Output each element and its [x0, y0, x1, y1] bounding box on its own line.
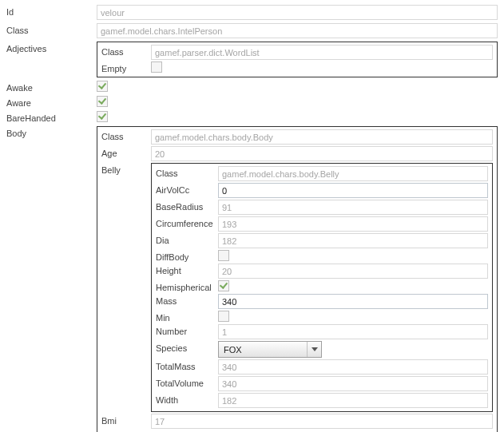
belly-hemispherical-label: Hemispherical — [156, 280, 218, 292]
class-field[interactable] — [97, 23, 498, 38]
body-age-label: Age — [101, 146, 151, 158]
belly-airvolcc-label: AirVolCc — [156, 183, 218, 195]
adjectives-box: Class Empty — [97, 42, 498, 77]
body-age-field[interactable] — [151, 146, 493, 161]
belly-species-label: Species — [156, 341, 218, 353]
belly-baseradius-label: BaseRadius — [156, 200, 218, 212]
class-label: Class — [6, 23, 97, 35]
belly-number-field[interactable] — [218, 324, 488, 339]
adjectives-empty-label: Empty — [101, 61, 151, 73]
body-class-field[interactable] — [151, 129, 493, 145]
belly-circumference-field[interactable] — [218, 216, 488, 232]
body-box: Class Age Belly Class — [97, 126, 498, 432]
belly-species-combobox[interactable]: FOX — [218, 341, 322, 358]
id-field[interactable] — [97, 5, 498, 20]
belly-width-field[interactable] — [218, 393, 488, 408]
belly-width-label: Width — [156, 393, 218, 405]
belly-circumference-label: Circumference — [156, 216, 218, 228]
body-bmi-field[interactable] — [151, 414, 493, 429]
belly-height-label: Height — [156, 264, 218, 275]
id-label: Id — [6, 5, 97, 17]
awake-label: Awake — [6, 81, 97, 93]
belly-diffbody-label: DiffBody — [156, 250, 218, 262]
belly-totalvolume-label: TotalVolume — [156, 376, 218, 388]
adjectives-class-field[interactable] — [151, 45, 493, 60]
body-bmi-label: Bmi — [101, 414, 151, 426]
belly-mass-label: Mass — [156, 294, 218, 306]
barehanded-checkbox[interactable] — [97, 111, 108, 122]
belly-airvolcc-field[interactable] — [218, 183, 488, 198]
adjectives-label: Adjectives — [6, 42, 97, 54]
belly-species-value: FOX — [224, 345, 242, 355]
belly-box: Class AirVolCc BaseRadiu — [151, 163, 493, 412]
belly-class-label: Class — [156, 166, 218, 178]
belly-hemispherical-checkbox[interactable] — [218, 280, 229, 291]
adjectives-class-label: Class — [101, 45, 151, 57]
body-class-label: Class — [101, 129, 151, 141]
belly-baseradius-field[interactable] — [218, 200, 488, 215]
belly-totalmass-field[interactable] — [218, 359, 488, 375]
belly-diffbody-checkbox[interactable] — [218, 250, 229, 261]
belly-dia-label: Dia — [156, 233, 218, 245]
belly-mass-field[interactable] — [218, 294, 488, 309]
aware-checkbox[interactable] — [97, 96, 108, 107]
belly-min-checkbox[interactable] — [218, 311, 229, 322]
svg-marker-0 — [312, 347, 318, 351]
belly-min-label: Min — [156, 311, 218, 323]
barehanded-label: BareHanded — [6, 111, 97, 123]
awake-checkbox[interactable] — [97, 81, 108, 92]
aware-label: Aware — [6, 96, 97, 108]
body-label: Body — [6, 126, 97, 138]
belly-dia-field[interactable] — [218, 233, 488, 248]
belly-number-label: Number — [156, 324, 218, 336]
belly-totalmass-label: TotalMass — [156, 359, 218, 371]
belly-height-field[interactable] — [218, 264, 488, 279]
belly-totalvolume-field[interactable] — [218, 376, 488, 391]
chevron-down-icon — [307, 342, 321, 357]
body-belly-label: Belly — [101, 163, 151, 175]
adjectives-empty-checkbox[interactable] — [151, 61, 162, 73]
belly-class-field[interactable] — [218, 166, 488, 181]
